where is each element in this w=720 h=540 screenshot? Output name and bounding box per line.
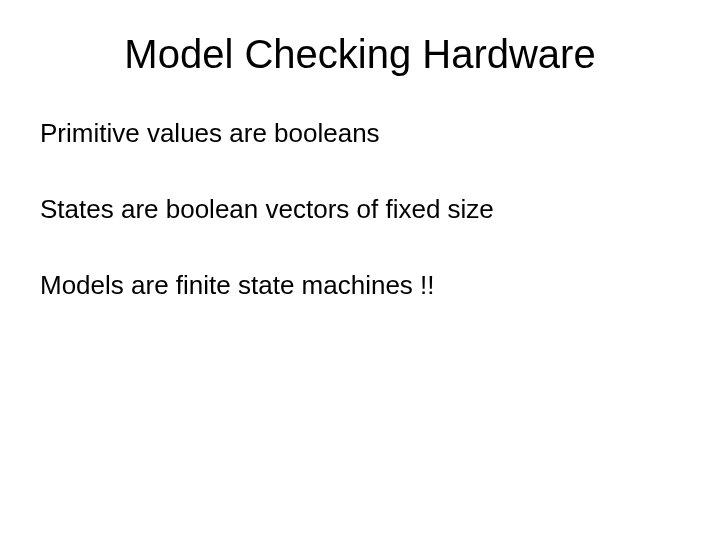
slide-title: Model Checking Hardware — [40, 32, 680, 77]
slide-line-2: States are boolean vectors of fixed size — [40, 193, 680, 227]
slide-line-1: Primitive values are booleans — [40, 117, 680, 151]
slide-line-3: Models are finite state machines !! — [40, 269, 680, 303]
